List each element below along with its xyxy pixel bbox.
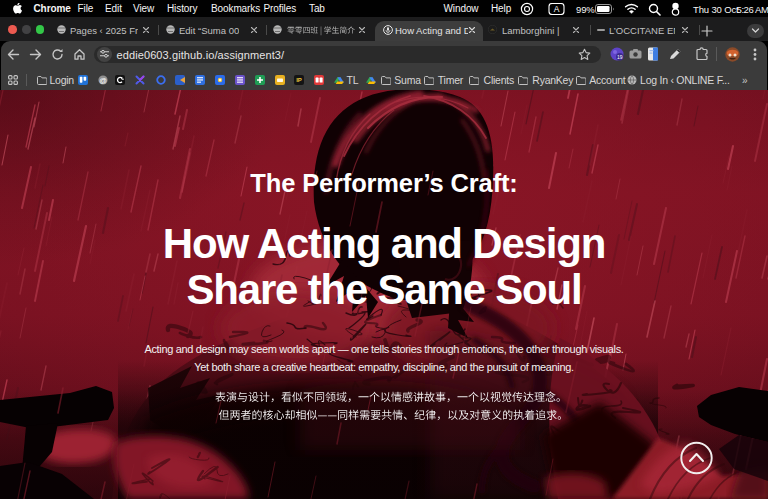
svg-text:19: 19 — [617, 54, 623, 60]
svg-text:@: @ — [99, 76, 107, 85]
svg-text:IP: IP — [297, 77, 303, 83]
